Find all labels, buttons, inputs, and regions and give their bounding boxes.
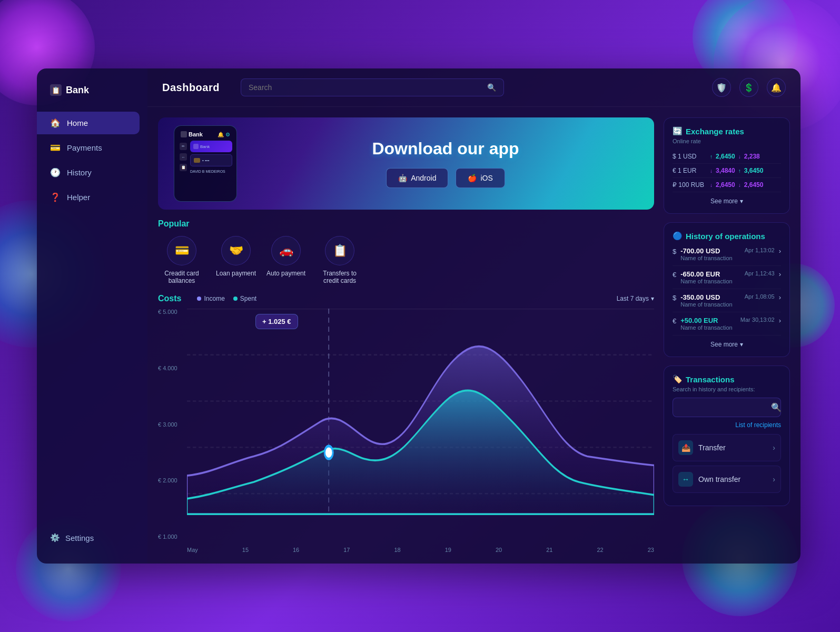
app-container: 📋 Bank 🏠 Home 💳 Payments 🕐 History ❓ Hel…: [37, 68, 801, 564]
y-2000: € 2.000: [158, 477, 177, 483]
android-button[interactable]: 🤖 Android: [386, 168, 448, 188]
sidebar-item-helper[interactable]: ❓ Helper: [37, 186, 147, 209]
op-2-currency-icon: $: [673, 294, 676, 302]
header-icons: 🛡️ 💲 🔔: [712, 78, 786, 97]
ios-button[interactable]: 🍎 iOS: [456, 168, 505, 188]
rate-row-eur: € 1 EUR ↓ 3,4840 ↑ 3,6450: [673, 164, 781, 178]
header: Dashboard 🔍 🛡️ 💲 🔔: [147, 68, 801, 107]
chart-svg: [187, 309, 654, 540]
x-may: May: [187, 547, 198, 553]
op-3-currency-icon: €: [673, 317, 676, 325]
sidebar-helper-label: Helper: [67, 193, 90, 202]
usd-up-arrow: ↑: [710, 154, 713, 160]
sidebar-item-history[interactable]: 🕐 History: [37, 161, 147, 184]
phone-name: DAVID B MEDEIROS: [190, 170, 232, 173]
svg-point-6: [324, 446, 333, 459]
transactions-card: 🏷️ Transactions Search in history and re…: [664, 366, 790, 506]
transaction-item-transfer[interactable]: 📤 Transfer ›: [673, 434, 781, 461]
banner-title: Download our app: [253, 139, 638, 159]
sidebar-logo: 📋 Bank: [37, 84, 147, 112]
op-row-3: € +50.00 EUR Name of transaction Mar 30,…: [673, 312, 781, 335]
bell-button[interactable]: 🔔: [767, 78, 786, 97]
shield-button[interactable]: 🛡️: [712, 78, 731, 97]
loan-icon: 🤝: [221, 236, 251, 265]
popular-item-transfer[interactable]: 📋 Transfers to credit cards: [316, 236, 363, 284]
sidebar-item-home[interactable]: 🏠 Home: [37, 112, 140, 134]
dollar-button[interactable]: 💲: [739, 78, 758, 97]
op-1-arrow: ›: [779, 270, 781, 278]
search-input[interactable]: [249, 83, 483, 92]
logo-icon: 📋: [50, 84, 62, 96]
header-search: 🔍: [241, 78, 504, 96]
op-0-currency-icon: $: [673, 248, 676, 255]
main-content: Dashboard 🔍 🛡️ 💲 🔔: [147, 68, 801, 564]
phone-side-icons: ✏ ↔ 📋: [179, 141, 188, 197]
transactions-search-input[interactable]: [679, 403, 768, 411]
eur-up-arrow: ↑: [738, 168, 741, 174]
op-row-0: $ -700.00 USD Name of transaction Apr 1,…: [673, 243, 781, 266]
rub-down-arrow2: ↓: [738, 182, 741, 188]
popular-section: Popular 💳 Creadit card ballances 🤝 Loan …: [158, 219, 654, 284]
usd-down-arrow: ↓: [738, 154, 741, 160]
popular-grid: 💳 Creadit card ballances 🤝 Loan payment …: [158, 236, 654, 284]
op-3-date: Mar 30,13:02: [740, 317, 775, 323]
content-area: Bank 🔔 ⚙ ✏ ↔ 📋: [147, 107, 801, 564]
op-1-name: Name of transaction: [680, 278, 740, 284]
eur-down-arrow1: ↓: [710, 168, 713, 174]
sidebar-history-label: History: [67, 168, 92, 177]
phone-mockup: Bank 🔔 ⚙ ✏ ↔ 📋: [174, 125, 237, 202]
rub-currency: ₽ 100 RUB: [673, 181, 707, 189]
transactions-subtitle: Search in history and recipients:: [673, 386, 781, 392]
popular-item-credit-card[interactable]: 💳 Creadit card ballances: [158, 236, 205, 284]
left-panel: Bank 🔔 ⚙ ✏ ↔ 📋: [158, 117, 654, 553]
sidebar-payments-label: Payments: [67, 143, 102, 152]
transactions-title: 🏷️ Transactions: [673, 374, 781, 384]
history-see-more[interactable]: See more ▾: [673, 341, 781, 348]
y-3000: € 3.000: [158, 421, 177, 428]
sidebar-settings[interactable]: ⚙️ Settings: [50, 533, 134, 542]
popular-item-auto[interactable]: 🚗 Auto payment: [266, 236, 305, 284]
transactions-icon: 🏷️: [673, 374, 683, 384]
ios-label: iOS: [480, 174, 492, 182]
eur-down-val1: 3,4840: [716, 167, 735, 174]
income-label: Income: [204, 295, 224, 302]
spent-label: Spent: [240, 295, 256, 302]
chart-svg-area: + 1.025 €: [187, 309, 654, 540]
sidebar-item-payments[interactable]: 💳 Payments: [37, 136, 147, 159]
costs-filter[interactable]: Last 7 days ▾: [617, 295, 654, 302]
popular-item-loan[interactable]: 🤝 Loan payment: [216, 236, 256, 284]
costs-title: Costs: [158, 294, 181, 303]
phone-sidebar: ✏ ↔ 📋 Bank: [179, 141, 232, 197]
rub-down-arrow1: ↓: [710, 182, 713, 188]
sidebar-home-label: Home: [67, 118, 88, 127]
y-4000: € 4.000: [158, 365, 177, 371]
see-more-label: See more: [710, 197, 738, 205]
x-21: 21: [546, 547, 552, 553]
phone-tx-icon: 📋: [180, 164, 187, 171]
history-ops-icon: 🔵: [673, 231, 683, 241]
op-2-date: Apr 1,08:05: [745, 293, 775, 300]
rate-row-rub: ₽ 100 RUB ↓ 2,6450 ↓ 2,6450: [673, 178, 781, 192]
chart-x-labels: May 15 16 17 18 19 20 21 22 23: [187, 547, 654, 553]
settings-label: Settings: [65, 534, 94, 542]
costs-header: Costs Income Spent La: [158, 294, 654, 303]
exchange-see-more[interactable]: See more ▾: [673, 197, 781, 205]
op-1-date: Apr 1,12:43: [745, 270, 775, 276]
phone-inner-label: Bank: [200, 144, 210, 149]
x-19: 19: [445, 547, 451, 553]
x-17: 17: [343, 547, 350, 553]
op-2-details: -350.00 USD Name of transaction: [680, 293, 740, 308]
op-3-arrow: ›: [779, 317, 781, 324]
transfer-chevron-icon: ›: [773, 443, 775, 452]
banner-text: Download our app 🤖 Android 🍎 iOS: [253, 139, 638, 188]
y-5000: € 5.000: [158, 309, 177, 315]
op-2-arrow: ›: [779, 293, 781, 301]
credit-card-chip: [194, 158, 200, 163]
list-of-recipients-link[interactable]: List of recipients: [673, 421, 781, 429]
eur-currency: € 1 EUR: [673, 167, 707, 174]
exchange-subtitle: Online rate: [673, 138, 781, 144]
logo-text: Bank: [66, 85, 89, 96]
sidebar-nav: 🏠 Home 💳 Payments 🕐 History ❓ Helper: [37, 112, 147, 522]
op-3-amount: +50.00 EUR: [680, 317, 736, 324]
transaction-item-own-transfer[interactable]: ↔️ Own transfer ›: [673, 466, 781, 493]
